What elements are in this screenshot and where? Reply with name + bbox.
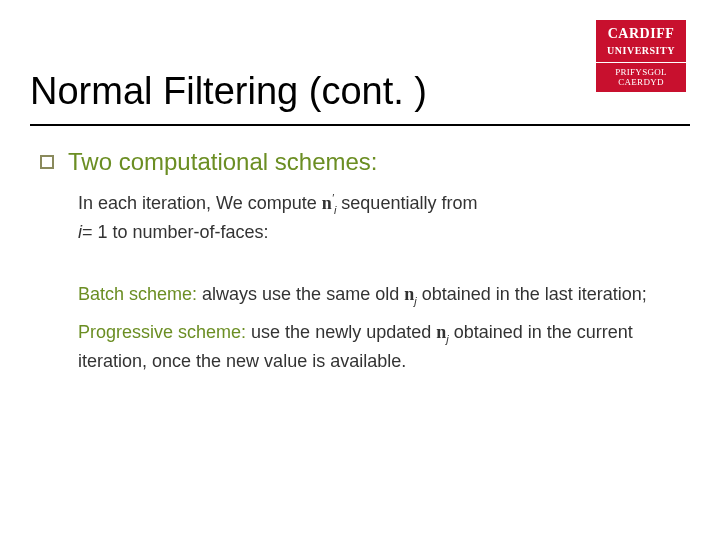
p1-text-a: In each iteration, We compute [78, 193, 322, 213]
batch-text-a: always use the same old [197, 284, 404, 304]
symbol-n-prime: n [322, 193, 332, 213]
paragraph-progressive: Progressive scheme: use the newly update… [78, 319, 662, 374]
paragraph-intro: In each iteration, We compute n′i sequen… [78, 190, 662, 245]
logo-line2: UNIVERSITY [607, 45, 675, 56]
batch-text-b: obtained in the last iteration; [417, 284, 647, 304]
progressive-label: Progressive scheme: [78, 322, 246, 342]
logo-line3: PRIFYSGOL [615, 67, 667, 77]
logo-top: CARDIFF UNIVERSITY [596, 20, 686, 63]
logo-bottom: PRIFYSGOL CAERDYD [596, 63, 686, 92]
prog-symbol-n: n [436, 322, 446, 342]
university-logo: CARDIFF UNIVERSITY PRIFYSGOL CAERDYD [596, 20, 686, 92]
section-label: Two computational schemes: [68, 148, 377, 176]
bullet-box-icon [40, 155, 54, 169]
batch-label: Batch scheme: [78, 284, 197, 304]
p1-text-b: sequentially from [336, 193, 477, 213]
symbol-prime: ′ [332, 192, 334, 204]
logo-line1: CARDIFF [608, 26, 675, 41]
slide-title: Normal Filtering (cont. ) [30, 70, 427, 113]
body-text: In each iteration, We compute n′i sequen… [78, 190, 662, 374]
batch-symbol-n: n [404, 284, 414, 304]
title-underline [30, 124, 690, 126]
paragraph-batch: Batch scheme: always use the same old nj… [78, 281, 662, 310]
section-bullet-row: Two computational schemes: [40, 148, 377, 176]
logo-line4: CAERDYD [618, 77, 664, 87]
prog-text-a: use the newly updated [246, 322, 436, 342]
p1-text-c: = 1 to number-of-faces: [82, 222, 269, 242]
